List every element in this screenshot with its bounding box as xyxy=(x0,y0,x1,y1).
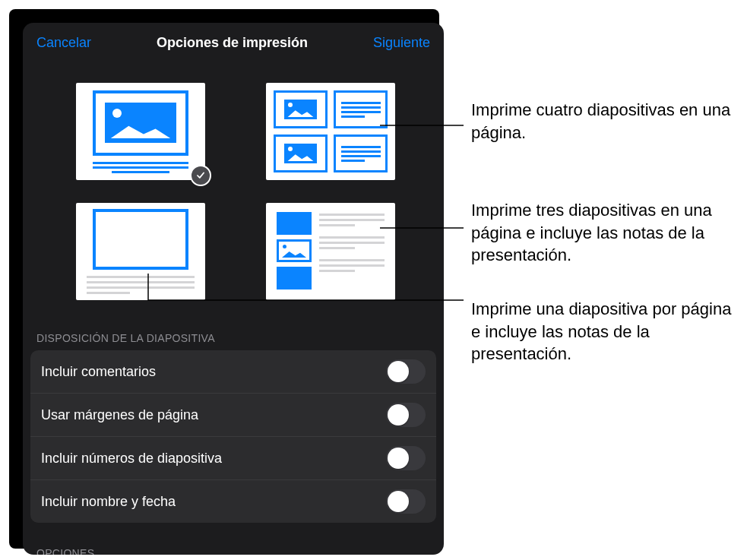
section-label-options: OPCIONES xyxy=(23,523,444,555)
image-placeholder-icon xyxy=(106,221,176,258)
row-label: Incluir nombre y fecha xyxy=(41,494,176,510)
mini-slide-image-icon xyxy=(277,239,312,262)
mini-slide-text-icon xyxy=(334,90,388,128)
row-usar-margenes: Usar márgenes de página xyxy=(30,394,436,437)
mini-slide-solid-icon xyxy=(277,212,312,235)
slide-thumbnail-icon xyxy=(93,209,188,270)
mini-slide-icon xyxy=(274,134,328,172)
toggle-incluir-numeros[interactable] xyxy=(386,446,426,470)
cancel-button[interactable]: Cancelar xyxy=(36,35,91,51)
image-placeholder-icon xyxy=(105,103,176,143)
layout-option-four-up[interactable] xyxy=(266,83,395,180)
toggle-usar-margenes[interactable] xyxy=(386,403,426,427)
layout-thumbnail-grid xyxy=(23,62,444,308)
selected-checkmark-icon xyxy=(190,165,211,186)
notes-lines-icon xyxy=(87,276,195,294)
mini-slide-text-icon xyxy=(334,134,388,172)
slide-thumbnail-icon xyxy=(93,90,188,156)
settings-group-layout: Incluir comentarios Usar márgenes de pág… xyxy=(30,350,436,523)
row-incluir-nombre-fecha: Incluir nombre y fecha xyxy=(30,480,436,523)
section-label-layout: DISPOSICIÓN DE LA DIAPOSITIVA xyxy=(23,308,444,350)
callout-one-notes: Imprime una diapositiva por página e inc… xyxy=(471,298,737,365)
row-incluir-numeros: Incluir números de diapositiva xyxy=(30,437,436,480)
row-label: Usar márgenes de página xyxy=(41,407,198,423)
row-label: Incluir números de diapositiva xyxy=(41,451,222,467)
mini-slide-icon xyxy=(274,90,328,128)
device-frame: Cancelar Opciones de impresión Siguiente xyxy=(9,9,439,549)
next-button[interactable]: Siguiente xyxy=(373,35,430,51)
layout-option-single-slide[interactable] xyxy=(76,83,205,180)
mini-slide-column xyxy=(277,212,312,291)
notes-lines-column-icon xyxy=(319,212,385,291)
row-incluir-comentarios: Incluir comentarios xyxy=(30,350,436,394)
layout-option-three-with-notes[interactable] xyxy=(266,203,395,300)
toggle-incluir-nombre-fecha[interactable] xyxy=(386,489,426,514)
layout-option-one-with-notes[interactable] xyxy=(76,203,205,300)
callout-three-notes: Imprime tres diapositivas en una página … xyxy=(471,199,737,267)
callout-four-up: Imprime cuatro diapositivas en una págin… xyxy=(471,99,737,144)
dialog-title: Opciones de impresión xyxy=(157,35,308,51)
toggle-incluir-comentarios[interactable] xyxy=(386,359,426,384)
dialog-header: Cancelar Opciones de impresión Siguiente xyxy=(23,23,444,62)
print-options-dialog: Cancelar Opciones de impresión Siguiente xyxy=(23,23,444,555)
mini-slide-solid-icon xyxy=(277,267,312,289)
row-label: Incluir comentarios xyxy=(41,364,156,380)
caption-lines-icon xyxy=(93,162,188,173)
